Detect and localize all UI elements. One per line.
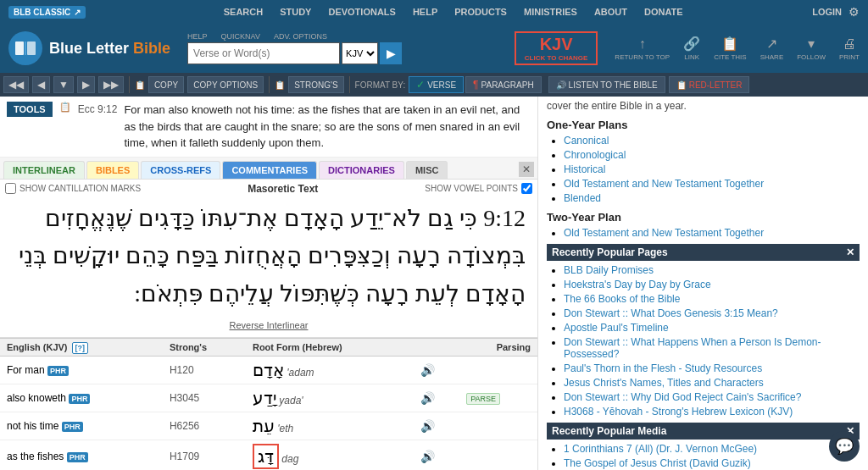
recently-popular-pages-close[interactable]: ✕: [846, 246, 854, 258]
strongs-cell: H1709: [163, 440, 246, 470]
search-go-button[interactable]: ▶: [380, 42, 402, 64]
tools-button[interactable]: TOOLS: [7, 102, 53, 117]
plan-link[interactable]: Chronological: [564, 149, 626, 161]
phr-badge[interactable]: PHR: [62, 422, 83, 432]
interlinear-table: English (KJV) [?] Strong's Root Form (He…: [0, 338, 537, 470]
listen-button[interactable]: 🔊 LISTEN TO THE BIBLE: [548, 76, 665, 93]
cite-icon: 📋: [721, 36, 738, 52]
popular-page-link[interactable]: Don Stewart :: What Happens When a Perso…: [564, 336, 821, 360]
copy-options-button[interactable]: COPY OPTIONS: [187, 76, 264, 93]
nav-about[interactable]: ABOUT: [594, 7, 627, 17]
copy-button[interactable]: COPY: [148, 76, 184, 93]
table-row: as the fishes PHR H1709 דָּג dag 🔊: [0, 440, 537, 470]
site-title: Blue Letter Bible: [49, 40, 170, 58]
blb-classic-label: BLB CLASSIC: [14, 8, 70, 17]
popular-page-link[interactable]: The 66 Books of the Bible: [564, 293, 680, 305]
vowel-checkbox[interactable]: [521, 183, 532, 194]
search-input[interactable]: [187, 42, 340, 64]
nav-products[interactable]: PRODUCTS: [454, 7, 507, 17]
recently-popular-media-label: Recently Popular Media: [552, 425, 666, 437]
popular-page-link[interactable]: Paul's Thorn in the Flesh - Study Resour…: [564, 362, 762, 374]
strongs-number[interactable]: H1709: [170, 451, 199, 462]
nav-prev-prev-button[interactable]: ◀◀: [3, 76, 29, 93]
header-icons: ↑ RETURN TO TOP 🔗 LINK 📋 CITE THIS ↗ SHA…: [615, 36, 860, 61]
reverse-interlinear-link[interactable]: Reverse Interlinear: [5, 317, 532, 334]
english-cell: as the fishes PHR: [0, 440, 163, 470]
tab-close-button[interactable]: ✕: [519, 162, 534, 177]
audio-button[interactable]: 🔊: [420, 419, 435, 433]
check-icon: ✓: [416, 79, 425, 91]
cantillation-checkbox[interactable]: [5, 183, 16, 194]
follow-button[interactable]: ▾ FOLLOW: [797, 36, 826, 61]
main-content: TOOLS 📋 Ecc 9:12 For man also knoweth no…: [0, 97, 868, 470]
popular-media-link[interactable]: 1 Corinthians 7 (All) (Dr. J. Vernon McG…: [564, 443, 757, 455]
hebrew-text: 9:12 כִּי גַם לֹא־יֵדַע הָאָדָם אֶת־עִתּ…: [5, 196, 532, 317]
audio-button[interactable]: 🔊: [420, 363, 435, 377]
help-label: HELP: [187, 32, 208, 41]
tab-interlinear[interactable]: INTERLINEAR: [3, 161, 85, 179]
hebrew-root-cell: יָדַע yada': [246, 384, 414, 412]
nav-next-next-button[interactable]: ▶▶: [98, 76, 124, 93]
strongs-number[interactable]: H6256: [170, 420, 199, 432]
popular-media-link[interactable]: The Gospel of Jesus Christ (David Guzik): [564, 457, 751, 469]
strongs-button[interactable]: STRONG'S: [288, 76, 343, 93]
red-letter-button[interactable]: 📋 RED-LETTER: [669, 76, 750, 93]
tab-commentaries[interactable]: COMMENTARIES: [222, 161, 317, 179]
return-top-button[interactable]: ↑ RETURN TO TOP: [615, 36, 670, 61]
share-button[interactable]: ↗ SHARE: [760, 36, 784, 61]
verse-format-button[interactable]: ✓ VERSE: [409, 76, 464, 93]
nav-donate[interactable]: DONATE: [644, 7, 683, 17]
link-button[interactable]: 🔗 LINK: [683, 36, 700, 61]
popular-page-link[interactable]: H3068 - Yĕhovah - Strong's Hebrew Lexico…: [564, 406, 793, 417]
hebrew-word[interactable]: דָּג: [253, 444, 279, 469]
tab-cross-refs[interactable]: CROSS-REFS: [141, 161, 220, 179]
help-badge[interactable]: [?]: [72, 342, 89, 354]
audio-button[interactable]: 🔊: [420, 391, 435, 405]
popular-page-link[interactable]: Hoekstra's Day by Day by Grace: [564, 279, 711, 290]
nav-devotionals[interactable]: DEVOTIONALS: [328, 7, 395, 17]
hebrew-root-cell: עֵת 'eth: [246, 412, 414, 440]
popular-page-link[interactable]: BLB Daily Promises: [564, 264, 654, 276]
parse-badge[interactable]: PARSE: [466, 393, 500, 405]
nav-help[interactable]: HELP: [413, 7, 437, 17]
print-button[interactable]: 🖨 PRINT: [839, 36, 860, 61]
popular-page-link[interactable]: Don Stewart :: Why Did God Reject Cain's…: [564, 391, 801, 403]
phr-badge[interactable]: PHR: [69, 394, 90, 404]
tab-misc[interactable]: MISC: [406, 161, 448, 179]
strongs-number[interactable]: H120: [170, 364, 194, 376]
plan-link[interactable]: Old Testament and New Testament Together: [564, 227, 764, 239]
version-select[interactable]: KJV: [342, 42, 378, 64]
cite-button[interactable]: 📋 CITE THIS: [714, 36, 747, 61]
nav-prev-button[interactable]: ◀: [32, 76, 50, 93]
strongs-number[interactable]: H3045: [170, 392, 199, 404]
audio-button[interactable]: 🔊: [420, 450, 435, 463]
paragraph-format-button[interactable]: ¶ PARAGRAPH: [465, 76, 542, 93]
chat-button[interactable]: 💬: [829, 431, 860, 462]
kjv-selector[interactable]: KJV CLICK TO CHANGE: [515, 31, 598, 65]
login-button[interactable]: LOGIN: [812, 7, 842, 17]
phr-badge[interactable]: PHR: [47, 366, 69, 376]
hebrew-word: אָדָם: [253, 361, 284, 379]
nav-next-button[interactable]: ▶: [77, 76, 95, 93]
settings-icon[interactable]: ⚙: [849, 5, 860, 19]
blb-classic-badge[interactable]: BLB CLASSIC ↗: [8, 6, 86, 19]
popular-page-link[interactable]: Apostle Paul's Timeline: [564, 322, 669, 334]
nav-search[interactable]: SEARCH: [224, 7, 263, 17]
tab-bibles[interactable]: BIBLES: [86, 161, 139, 179]
kjv-sub-label: CLICK TO CHANGE: [525, 54, 588, 62]
nav-study[interactable]: STUDY: [280, 7, 311, 17]
popular-page-link[interactable]: Don Stewart :: What Does Genesis 3:15 Me…: [564, 307, 778, 319]
parse-cell: [459, 440, 537, 470]
popular-page-link[interactable]: Jesus Christ's Names, Titles and Charact…: [564, 377, 764, 389]
nav-ministries[interactable]: MINISTRIES: [524, 7, 577, 17]
list-item: Canonical: [564, 135, 860, 147]
nav-down-button[interactable]: ▼: [53, 76, 74, 93]
toolbar-separator-2: [269, 76, 270, 93]
phr-badge[interactable]: PHR: [67, 452, 88, 462]
plan-link[interactable]: Blended: [564, 192, 601, 204]
plan-link[interactable]: Old Testament and New Testament Together: [564, 178, 764, 190]
plan-link[interactable]: Canonical: [564, 135, 609, 147]
strongs-cell: H6256: [163, 412, 246, 440]
tab-dictionaries[interactable]: DICTIONARIES: [319, 161, 404, 179]
plan-link[interactable]: Historical: [564, 163, 605, 175]
